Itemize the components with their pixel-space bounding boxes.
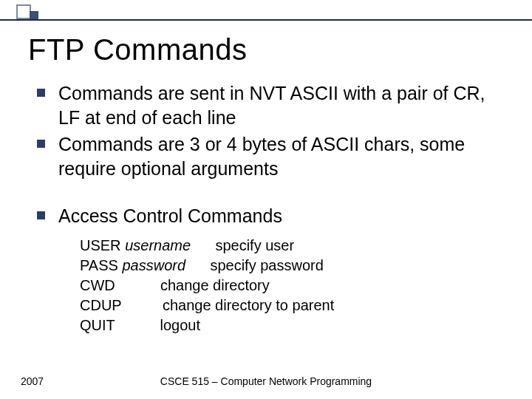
bullet-text: Commands are sent in NVT ASCII with a pa… — [58, 81, 510, 129]
bullet-text: Commands are 3 or 4 bytes of ASCII chars… — [58, 132, 510, 180]
command-name: QUIT — [80, 317, 115, 333]
command-name: PASS — [80, 257, 118, 273]
bullet-item: Access Control Commands — [37, 204, 510, 228]
command-row: CWD change directory — [80, 276, 510, 296]
command-desc: specify user — [215, 237, 294, 253]
command-desc: specify password — [210, 257, 323, 273]
command-desc: change directory to parent — [163, 297, 334, 313]
bullet-square-icon — [37, 140, 45, 148]
slide-footer: 2007 CSCE 515 – Computer Network Program… — [0, 375, 532, 387]
command-name: USER — [80, 237, 121, 253]
command-row: QUIT logout — [80, 316, 510, 335]
footer-course: CSCE 515 – Computer Network Programming — [0, 375, 532, 387]
command-name: CWD — [80, 277, 115, 293]
slide-body: Commands are sent in NVT ASCII with a pa… — [37, 81, 510, 335]
bullet-square-icon — [37, 89, 45, 97]
command-row: CDUP change directory to parent — [80, 296, 510, 316]
footer-year: 2007 — [21, 375, 44, 387]
header-divider — [0, 19, 532, 21]
bullet-item: Commands are 3 or 4 bytes of ASCII chars… — [37, 132, 510, 180]
command-row: USER username specify user — [80, 236, 510, 256]
command-arg: password — [122, 257, 185, 273]
command-arg: username — [125, 237, 191, 253]
command-desc: change directory — [160, 277, 270, 293]
command-row: PASS password specify password — [80, 256, 510, 276]
bullet-text: Access Control Commands — [58, 204, 282, 228]
bullet-item: Commands are sent in NVT ASCII with a pa… — [37, 81, 510, 129]
commands-list: USER username specify user PASS password… — [80, 236, 510, 335]
slide-title: FTP Commands — [28, 33, 247, 66]
command-name: CDUP — [80, 297, 121, 313]
header-square-outline-icon — [16, 4, 31, 19]
command-desc: logout — [160, 317, 201, 333]
slide-header-decoration — [0, 0, 532, 24]
bullet-square-icon — [37, 211, 45, 219]
